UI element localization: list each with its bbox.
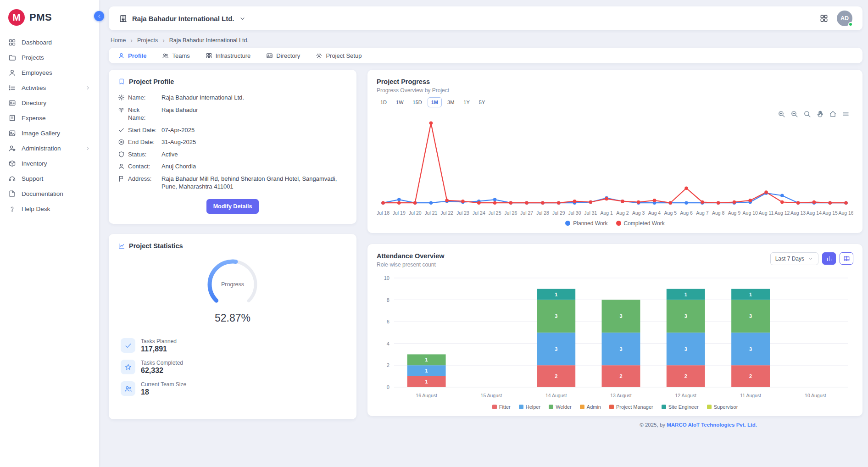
home-icon[interactable] [829, 110, 837, 118]
sidebar-item-help-desk[interactable]: Help Desk [0, 201, 99, 217]
svg-text:3: 3 [684, 313, 687, 319]
svg-text:Aug 4: Aug 4 [648, 211, 661, 216]
chart-line-icon [118, 242, 125, 250]
sidebar-item-support[interactable]: Support [0, 171, 99, 186]
range-1w[interactable]: 1W [392, 97, 407, 107]
sidebar-item-administration[interactable]: Administration [0, 141, 99, 156]
grid-icon [206, 52, 212, 59]
apps-grid-icon[interactable] [819, 14, 829, 23]
project-progress-chart[interactable]: Jul 18Jul 19Jul 20Jul 21Jul 22Jul 23Jul … [377, 110, 853, 219]
svg-text:3: 3 [619, 313, 622, 319]
svg-text:3: 3 [555, 313, 557, 319]
statistics-card-title: Project Statistics [129, 242, 183, 250]
breadcrumb-item-projects[interactable]: Projects [137, 37, 158, 44]
svg-text:1: 1 [684, 291, 687, 297]
range-15d[interactable]: 15D [409, 97, 426, 107]
svg-text:2: 2 [749, 373, 752, 379]
svg-text:Jul 25: Jul 25 [489, 211, 501, 216]
svg-text:10 August: 10 August [805, 393, 826, 398]
attendance-range-select[interactable]: Last 7 Days [770, 252, 818, 265]
line-chart-legend: Planned WorkCompleted Work [377, 220, 853, 227]
online-status-dot [848, 22, 853, 27]
sidebar-item-documentation[interactable]: Documentation [0, 186, 99, 201]
legend-helper[interactable]: Helper [519, 404, 540, 410]
tab-directory[interactable]: Directory [266, 48, 300, 63]
breadcrumb-item-home[interactable]: Home [111, 37, 126, 44]
field-label: Status: [128, 150, 158, 159]
tab-profile[interactable]: Profile [118, 48, 146, 63]
legend-project-manager[interactable]: Project Manager [609, 404, 653, 410]
company-selector[interactable]: Raja Bahadur International Ltd. [119, 14, 246, 23]
sidebar-item-dashboard[interactable]: Dashboard [0, 35, 99, 50]
user-gear-icon [8, 145, 16, 152]
sidebar-item-employees[interactable]: Employees [0, 65, 99, 80]
svg-text:Jul 22: Jul 22 [440, 211, 453, 216]
pan-icon[interactable] [816, 110, 824, 118]
sidebar-item-image-gallery[interactable]: Image Gallery [0, 126, 99, 141]
tab-project-setup[interactable]: Project Setup [316, 48, 362, 63]
svg-text:3: 3 [684, 346, 687, 351]
user-icon [118, 52, 125, 59]
menu-icon[interactable] [842, 110, 850, 118]
svg-text:2: 2 [555, 373, 557, 379]
svg-text:Aug 8: Aug 8 [712, 211, 725, 216]
field-value: Raja Bahadur Mill Rd, behind Sheraton Gr… [161, 175, 340, 191]
table-view-button[interactable] [840, 252, 853, 265]
svg-text:16 August: 16 August [416, 393, 437, 398]
range-5y[interactable]: 5Y [475, 97, 489, 107]
legend-completed-work[interactable]: Completed Work [616, 220, 665, 227]
company-name: Raja Bahadur International Ltd. [132, 15, 234, 22]
zoom-in-icon[interactable] [778, 110, 785, 118]
project-profile-card: Project Profile Name:Raja Bahadur Intern… [109, 70, 356, 224]
tab-infrastructure[interactable]: Infrastructure [206, 48, 251, 63]
footer: © 2025, by MARCO AIoT Technologies Pvt. … [109, 422, 862, 430]
legend-admin[interactable]: Admin [580, 404, 601, 410]
svg-text:Jul 21: Jul 21 [424, 211, 437, 216]
svg-text:Jul 31: Jul 31 [584, 211, 597, 216]
app-logo[interactable]: M PMS [0, 6, 99, 35]
field-label: End Date: [128, 138, 158, 146]
sidebar-item-label: Image Gallery [22, 130, 91, 137]
tabs-bar: ProfileTeamsInfrastructureDirectoryProje… [109, 48, 862, 63]
id-card-icon [266, 52, 273, 59]
tab-teams[interactable]: Teams [162, 48, 189, 63]
field-value: Anuj Chordia [161, 162, 196, 171]
sidebar-item-label: Expense [22, 115, 91, 122]
svg-text:Aug 5: Aug 5 [664, 211, 677, 216]
bar-view-button[interactable] [822, 252, 836, 265]
svg-text:2: 2 [387, 362, 389, 368]
zoom-icon[interactable] [803, 110, 811, 118]
range-1d[interactable]: 1D [377, 97, 390, 107]
svg-text:1: 1 [555, 291, 557, 297]
sidebar-item-activities[interactable]: Activities [0, 80, 99, 95]
legend-fitter[interactable]: Fitter [492, 404, 511, 410]
modify-details-button[interactable]: Modify Details [206, 199, 259, 214]
tab-label: Teams [172, 52, 189, 59]
dashboard-icon [8, 39, 16, 46]
table-icon [843, 255, 850, 262]
legend-planned-work[interactable]: Planned Work [565, 220, 607, 227]
attendance-chart[interactable]: 024681011116 August15 August233114 Augus… [377, 272, 853, 404]
attendance-title: Attendance Overview [377, 252, 444, 260]
range-3m[interactable]: 3M [444, 97, 458, 107]
sidebar-item-inventory[interactable]: Inventory [0, 156, 99, 171]
svg-text:Aug 12: Aug 12 [774, 211, 790, 216]
legend-site-engineer[interactable]: Site Engineer [662, 404, 699, 410]
circle-x-icon [118, 139, 125, 145]
sidebar-item-directory[interactable]: Directory [0, 95, 99, 111]
sidebar-collapse-button[interactable] [94, 11, 104, 21]
chevron-left-icon [96, 13, 102, 19]
field-value: 07-Apr-2025 [161, 126, 195, 134]
user-avatar[interactable]: AD [837, 11, 852, 26]
svg-text:Jul 26: Jul 26 [504, 211, 517, 216]
svg-text:8: 8 [387, 297, 389, 302]
legend-welder[interactable]: Welder [549, 404, 572, 410]
range-1y[interactable]: 1Y [460, 97, 473, 107]
footer-company-link[interactable]: MARCO AIoT Technologies Pvt. Ltd. [667, 422, 757, 428]
headset-icon [8, 175, 16, 183]
range-1m[interactable]: 1M [428, 97, 442, 107]
legend-supervisor[interactable]: Supervisor [707, 404, 738, 410]
sidebar-item-projects[interactable]: Projects [0, 50, 99, 65]
zoom-out-icon[interactable] [790, 110, 798, 118]
sidebar-item-expense[interactable]: Expense [0, 111, 99, 126]
